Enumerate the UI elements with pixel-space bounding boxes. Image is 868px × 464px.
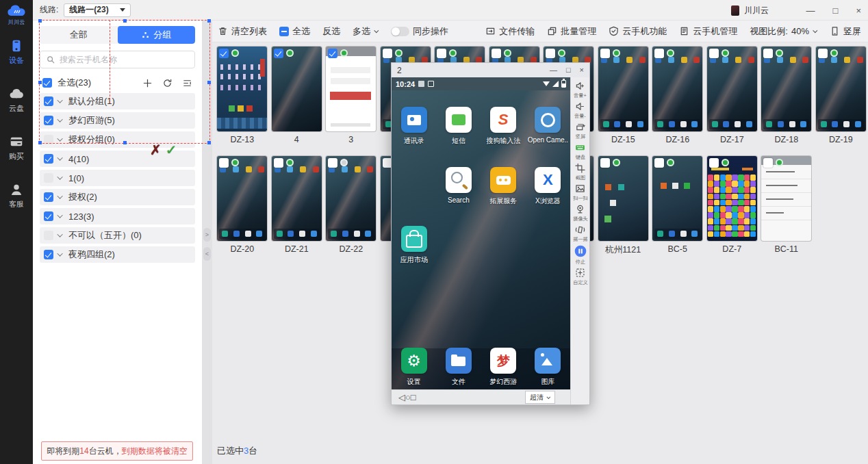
contacts-icon[interactable] [401,107,427,133]
thumbnail-screen[interactable] [217,47,267,131]
phone-thumbnail[interactable]: DZ-18 [759,47,814,145]
phone-thumbnail[interactable]: 4 [270,47,324,145]
thumbnail-checkbox[interactable] [546,49,555,58]
group-checkbox[interactable] [44,192,53,202]
files-icon[interactable] [446,348,472,374]
phone-window-titlebar[interactable]: 2 —□× [392,63,589,77]
quality-selector[interactable]: 超清 [525,391,555,404]
search-app-icon[interactable] [446,167,472,193]
phone-thumbnail[interactable]: DZ-15 [596,47,651,145]
thumbnail-checkbox[interactable] [274,49,283,58]
thumbnail-checkbox[interactable] [654,49,664,58]
settings-icon[interactable]: ⚙ [401,348,427,374]
clear-list-button[interactable]: 清空列表 [218,25,267,38]
thumbnail-screen[interactable] [272,47,322,131]
group-checkbox[interactable] [44,154,53,164]
tab-grouped[interactable]: 分组 [118,26,196,44]
chevron-down-icon[interactable] [57,136,62,141]
phone-screen[interactable]: 10:24 通讯录短信S搜狗输入法Open Came..Search拓展服务XX… [392,77,570,404]
group-row[interactable]: 授权(2) [40,189,195,205]
sidebar-item-purchase[interactable]: 购买 [0,134,33,162]
refresh-button[interactable] [162,78,173,88]
phone-thumbnail[interactable]: DZ-21 [270,156,324,255]
app-sogou[interactable]: S搜狗输入法 [481,107,526,146]
phone-thumbnail[interactable]: BC-11 [759,156,814,255]
line-select[interactable]: 线路一(23) [64,3,131,17]
group-row[interactable]: 默认分组(1) [40,93,195,109]
chevron-down-icon[interactable] [57,231,62,237]
tool-volume-minus[interactable]: 音量- [574,101,587,120]
dock-app-files[interactable]: 文件 [436,348,481,387]
thumbnail-screen[interactable] [598,47,648,131]
app-contacts[interactable]: 通讯录 [392,107,436,146]
group-checkbox[interactable] [44,116,53,125]
tool-webcam[interactable]: 摄像头 [572,204,589,222]
group-row[interactable]: 夜鸦四组(2) [40,246,195,263]
minimize-button[interactable]: — [806,6,815,15]
tool-custom[interactable]: 自定义 [572,268,589,286]
app-search-app[interactable]: Search [436,167,481,206]
chevron-down-icon[interactable] [57,193,62,198]
group-checkbox[interactable] [44,173,53,183]
expand-handle[interactable]: > [203,228,211,242]
thumbnail-screen[interactable] [761,156,811,241]
thumbnail-screen[interactable] [598,156,648,241]
search-box[interactable] [40,51,195,68]
phone-thumbnail[interactable]: 3 [324,47,379,145]
portrait-mode-button[interactable]: 竖屏 [830,25,861,38]
dock-app-gallery[interactable]: 图库 [526,348,570,387]
thumbnail-checkbox[interactable] [600,49,610,58]
thumbnail-checkbox[interactable] [219,158,229,168]
close-button[interactable]: × [856,6,861,15]
tab-all[interactable]: 全部 [40,26,118,44]
chevron-down-icon[interactable] [57,97,62,103]
phone-wallpaper[interactable]: 通讯录短信S搜狗输入法Open Came..Search拓展服务XX浏览器应用市… [392,90,570,389]
chevron-down-icon[interactable] [57,174,62,179]
sidebar-item-cloud-disk[interactable]: 云盘 [0,86,33,114]
thumbnail-screen[interactable] [707,47,757,131]
app-extend[interactable]: 拓展服务 [481,167,526,206]
thumbnail-checkbox[interactable] [763,158,773,168]
sidebar-item-device[interactable]: 设备 [0,38,33,66]
thumbnail-screen[interactable] [326,47,376,131]
recents-nav-button[interactable]: □ [411,392,416,402]
tool-stop[interactable]: 停止 [574,245,587,266]
phone-thumbnail[interactable]: DZ-16 [650,47,705,145]
sidebar-item-support[interactable]: 客服 [0,182,33,209]
thumbnail-checkbox[interactable] [492,49,501,58]
group-row[interactable]: 123(3) [40,208,195,224]
thumbnail-screen[interactable] [707,156,757,241]
view-scale-value[interactable]: 40% [791,26,809,36]
thumbnail-checkbox[interactable] [654,158,664,168]
group-row[interactable]: 4(10) [40,151,195,167]
thumbnail-checkbox[interactable] [328,49,337,58]
chevron-down-icon[interactable] [57,155,62,160]
app-xbrowser[interactable]: XX浏览器 [526,167,570,206]
close-button[interactable]: × [580,66,584,74]
add-group-button[interactable] [142,78,153,88]
group-row[interactable]: 梦幻西游(5) [40,112,195,129]
maximize-button[interactable]: □ [833,6,839,15]
phone-thumbnail[interactable]: DZ-7 [705,156,760,255]
sync-operation-toggle[interactable]: 同步操作 [391,25,448,38]
thumbnail-checkbox[interactable] [328,158,337,168]
invert-selection-button[interactable]: 反选 [322,25,340,38]
phone-manage-button[interactable]: 云手机管理 [679,25,737,38]
tool-rotate[interactable]: 竖屏 [575,122,586,140]
tool-keyboard[interactable]: 键盘 [575,142,586,161]
mhxy-icon[interactable]: 梦 [490,348,516,374]
camera-icon[interactable] [535,107,561,133]
toggle-off-switch[interactable] [391,27,409,36]
thumbnail-screen[interactable] [326,156,376,241]
gallery-icon[interactable] [535,348,561,374]
select-all-indeterminate-checkbox[interactable] [279,27,289,36]
file-transfer-button[interactable]: 文件传输 [485,25,535,38]
select-all-toolbar[interactable]: 全选 [279,25,310,38]
group-row[interactable]: 1(0) [40,170,195,186]
thumbnail-screen[interactable] [652,47,702,131]
group-checkbox[interactable] [44,250,53,259]
tool-shake[interactable]: 摇一摇 [572,224,589,243]
tool-scan[interactable]: 扫一扫 [572,183,589,202]
thumbnail-checkbox[interactable] [709,158,719,168]
phone-thumbnail[interactable]: DZ-22 [324,156,379,255]
